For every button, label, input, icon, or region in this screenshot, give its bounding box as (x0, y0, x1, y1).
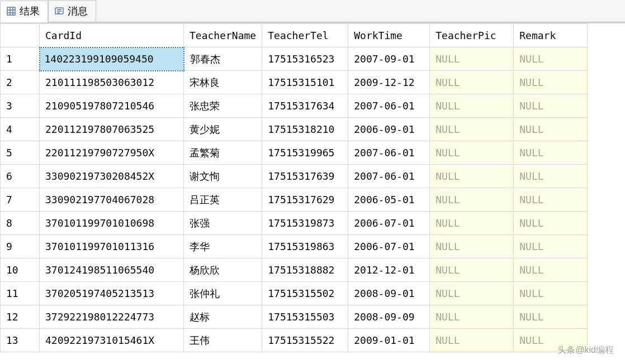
cell-tpic[interactable]: NULL (430, 305, 514, 329)
cell-cardid[interactable]: 330902197704067028 (40, 188, 184, 212)
cell-tname[interactable]: 赵标 (184, 305, 262, 329)
table-row[interactable]: 1140223199109059450郭春杰175153165232007-09… (1, 47, 588, 71)
cell-cardid[interactable]: 22011219790727950X (40, 141, 184, 165)
cell-wtime[interactable]: 2007-06-01 (348, 94, 430, 118)
cell-remark[interactable]: NULL (514, 235, 588, 258)
cell-tpic[interactable]: NULL (430, 94, 514, 118)
cell-remark[interactable]: NULL (514, 165, 588, 188)
cell-wtime[interactable]: 2009-01-01 (348, 329, 430, 352)
cell-tname[interactable]: 谢文恂 (184, 165, 262, 188)
cell-ttel[interactable]: 17515319873 (262, 212, 348, 235)
header-tname[interactable]: TeacherName (184, 24, 262, 47)
cell-tpic[interactable]: NULL (430, 141, 514, 165)
cell-ttel[interactable]: 17515317629 (262, 188, 348, 212)
cell-ttel[interactable]: 17515319863 (262, 235, 348, 258)
cell-wtime[interactable]: 2012-12-01 (348, 258, 430, 282)
row-number[interactable]: 7 (1, 188, 40, 212)
cell-tpic[interactable]: NULL (430, 282, 514, 305)
cell-cardid[interactable]: 370101199701010698 (40, 212, 184, 235)
cell-remark[interactable]: NULL (514, 118, 588, 141)
row-number[interactable]: 11 (1, 282, 40, 305)
header-cardid[interactable]: CardId (40, 24, 184, 47)
cell-remark[interactable]: NULL (514, 329, 588, 352)
cell-wtime[interactable]: 2006-05-01 (348, 188, 430, 212)
cell-ttel[interactable]: 17515318210 (262, 118, 348, 141)
table-row[interactable]: 4220112197807063525黄少妮175153182102006-09… (1, 118, 588, 141)
cell-wtime[interactable]: 2007-06-01 (348, 141, 430, 165)
row-number[interactable]: 4 (1, 118, 40, 141)
cell-cardid[interactable]: 210111198503063012 (40, 71, 184, 94)
cell-tname[interactable]: 张强 (184, 212, 262, 235)
cell-tpic[interactable]: NULL (430, 212, 514, 235)
table-row[interactable]: 8370101199701010698张强175153198732006-07-… (1, 212, 588, 235)
cell-tname[interactable]: 张仲礼 (184, 282, 262, 305)
cell-tpic[interactable]: NULL (430, 188, 514, 212)
cell-ttel[interactable]: 17515317639 (262, 165, 348, 188)
cell-tname[interactable]: 李华 (184, 235, 262, 258)
cell-tpic[interactable]: NULL (430, 71, 514, 94)
cell-ttel[interactable]: 17515318882 (262, 258, 348, 282)
cell-ttel[interactable]: 17515317634 (262, 94, 348, 118)
cell-tpic[interactable]: NULL (430, 235, 514, 258)
cell-remark[interactable]: NULL (514, 141, 588, 165)
cell-tpic[interactable]: NULL (430, 258, 514, 282)
tab-messages[interactable]: 消息 (48, 0, 96, 22)
table-row[interactable]: 10370124198511065540杨欣欣175153188822012-1… (1, 258, 588, 282)
cell-remark[interactable]: NULL (514, 305, 588, 329)
cell-wtime[interactable]: 2006-07-01 (348, 235, 430, 258)
cell-wtime[interactable]: 2006-09-01 (348, 118, 430, 141)
cell-remark[interactable]: NULL (514, 71, 588, 94)
row-number[interactable]: 8 (1, 212, 40, 235)
row-number[interactable]: 10 (1, 258, 40, 282)
row-number[interactable]: 12 (1, 305, 40, 329)
cell-cardid[interactable]: 372922198012224773 (40, 305, 184, 329)
table-row[interactable]: 9370101199701011316李华175153198632006-07-… (1, 235, 588, 258)
cell-remark[interactable]: NULL (514, 258, 588, 282)
cell-cardid[interactable]: 42092219731015461X (40, 329, 184, 352)
header-remark[interactable]: Remark (514, 24, 588, 47)
cell-wtime[interactable]: 2007-06-01 (348, 165, 430, 188)
header-ttel[interactable]: TeacherTel (262, 24, 348, 47)
cell-tname[interactable]: 宋林良 (184, 71, 262, 94)
table-row[interactable]: 633090219730208452X谢文恂175153176392007-06… (1, 165, 588, 188)
cell-cardid[interactable]: 33090219730208452X (40, 165, 184, 188)
row-number[interactable]: 13 (1, 329, 40, 352)
cell-tname[interactable]: 孟繁菊 (184, 141, 262, 165)
table-row[interactable]: 11370205197405213513张仲礼175153155022008-0… (1, 282, 588, 305)
tab-results[interactable]: 结果 (0, 1, 48, 22)
cell-remark[interactable]: NULL (514, 47, 588, 71)
cell-tpic[interactable]: NULL (430, 165, 514, 188)
cell-tpic[interactable]: NULL (430, 329, 514, 352)
table-row[interactable]: 522011219790727950X孟繁菊175153199652007-06… (1, 141, 588, 165)
cell-ttel[interactable]: 17515315503 (262, 305, 348, 329)
cell-ttel[interactable]: 17515315522 (262, 329, 348, 352)
table-row[interactable]: 7330902197704067028吕正英175153176292006-05… (1, 188, 588, 212)
table-row[interactable]: 1342092219731015461X王伟175153155222009-01… (1, 329, 588, 352)
cell-wtime[interactable]: 2007-09-01 (348, 47, 430, 71)
cell-cardid[interactable]: 220112197807063525 (40, 118, 184, 141)
cell-tname[interactable]: 张忠荣 (184, 94, 262, 118)
row-number[interactable]: 6 (1, 165, 40, 188)
table-row[interactable]: 2210111198503063012宋林良175153151012009-12… (1, 71, 588, 94)
cell-cardid[interactable]: 140223199109059450 (40, 47, 184, 71)
cell-wtime[interactable]: 2006-07-01 (348, 212, 430, 235)
cell-ttel[interactable]: 17515319965 (262, 141, 348, 165)
cell-ttel[interactable]: 17515315502 (262, 282, 348, 305)
cell-wtime[interactable]: 2008-09-09 (348, 305, 430, 329)
row-number[interactable]: 3 (1, 94, 40, 118)
row-number[interactable]: 5 (1, 141, 40, 165)
table-row[interactable]: 12372922198012224773赵标175153155032008-09… (1, 305, 588, 329)
cell-tname[interactable]: 吕正英 (184, 188, 262, 212)
cell-cardid[interactable]: 370205197405213513 (40, 282, 184, 305)
cell-cardid[interactable]: 370124198511065540 (40, 258, 184, 282)
cell-tname[interactable]: 杨欣欣 (184, 258, 262, 282)
cell-cardid[interactable]: 370101199701011316 (40, 235, 184, 258)
cell-remark[interactable]: NULL (514, 282, 588, 305)
cell-ttel[interactable]: 17515315101 (262, 71, 348, 94)
cell-wtime[interactable]: 2009-12-12 (348, 71, 430, 94)
cell-remark[interactable]: NULL (514, 188, 588, 212)
cell-tname[interactable]: 王伟 (184, 329, 262, 352)
cell-tname[interactable]: 黄少妮 (184, 118, 262, 141)
cell-cardid[interactable]: 210905197807210546 (40, 94, 184, 118)
cell-wtime[interactable]: 2008-09-01 (348, 282, 430, 305)
